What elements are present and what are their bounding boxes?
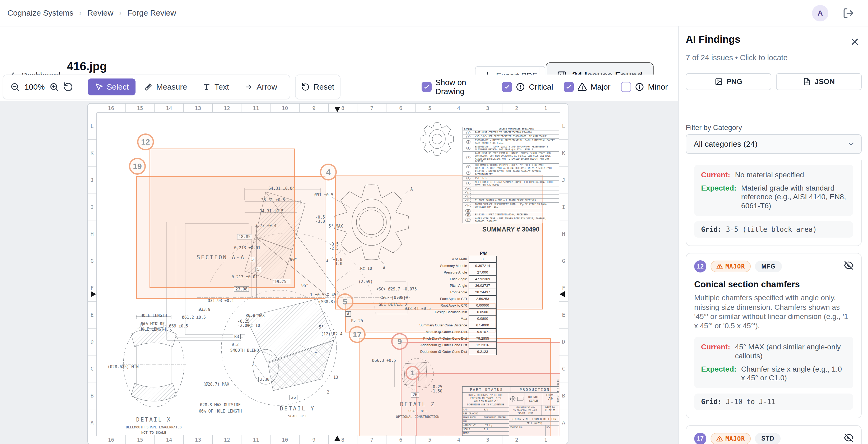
tool-measure[interactable]: Measure — [137, 79, 194, 95]
drawing-annotation: OPTIONAL CONSTRUCTION — [396, 415, 439, 419]
drawing-annotation: Ø66.3 +0.5 — [372, 358, 396, 363]
close-icon[interactable] — [849, 36, 860, 47]
ruler-cell: 4 — [444, 435, 473, 444]
eye-off-icon[interactable] — [844, 433, 854, 443]
finding-marker-9[interactable]: 9 — [391, 333, 408, 350]
top-bar: Cognaize Systems›Review›Forge Review A — [0, 0, 868, 26]
drawing-annotation: (2.59) — [359, 279, 373, 284]
export-json-button[interactable]: JSON — [776, 73, 862, 90]
finding-card[interactable]: Current:No material specifiedExpected:Ma… — [686, 160, 862, 246]
breadcrumb-item[interactable]: Review — [87, 8, 113, 18]
zoom-out-icon[interactable] — [9, 81, 21, 93]
drawing-annotation: R0.8 MAX — [246, 313, 265, 318]
drawing-annotation: BELLMOUTH SHAPE EXAGERRATED — [126, 425, 182, 429]
ruler-cell: 4 — [444, 103, 473, 112]
pm-table-row: Dedendum @ Outer Cone Dist9.2123 — [400, 348, 499, 355]
expected-value: Material grade with standard reference (… — [741, 184, 846, 210]
tool-text[interactable]: Text — [195, 79, 236, 95]
finding-marker-5[interactable]: 5 — [337, 293, 353, 310]
drawing-annotation: Ø61.2 ±0.5 — [182, 315, 206, 320]
drawing-canvas[interactable]: 16151413121110987654321 1615141312111098… — [0, 101, 678, 444]
notes-row: 4ES00010176 - TOOTH QUALITY AND TOPOGRAP… — [463, 145, 559, 151]
notes-row: 16ES-0219 - PART IDENTIFICATION, RECESSE… — [463, 213, 559, 217]
logout-icon[interactable] — [843, 7, 854, 19]
show-on-drawing-toggle: Show on Drawing — [422, 78, 482, 96]
tool-label: Arrow — [256, 83, 277, 91]
drawing-annotation: 95° — [301, 283, 308, 288]
checkbox[interactable] — [621, 82, 631, 92]
tool-label: Measure — [156, 83, 187, 91]
zoom-level: 100% — [23, 83, 46, 91]
ruler-cell: 7 — [357, 435, 386, 444]
eye-off-icon[interactable] — [844, 260, 854, 270]
drawing-annotation: -3.0 — [315, 219, 325, 224]
drawing-title-block: PART STATUS PRODUCTION UNLESS OTHERWISE … — [462, 386, 559, 436]
ruler-cell: 14 — [154, 435, 183, 444]
drawing-annotation: 5 — [250, 257, 255, 262]
breadcrumb: Cognaize Systems›Review›Forge Review — [7, 8, 176, 18]
checkbox[interactable] — [564, 82, 574, 92]
finding-card-12[interactable]: 12MAJORMFGConical section chamfersMultip… — [686, 253, 862, 418]
drawing-annotation: -2.5 — [329, 246, 339, 251]
zoom-in-icon[interactable] — [48, 81, 60, 93]
notes-row: 13R1 EDGE RADIUS ALONG ALL TOOTH SPACE O… — [463, 199, 559, 202]
finding-marker-19[interactable]: 19 — [129, 158, 146, 175]
ruler-cell: H — [88, 220, 96, 247]
drawing-annotation: 64.31 ±0.04 — [268, 186, 294, 191]
tool-label: Text — [215, 83, 229, 91]
ruler-cell: C — [559, 355, 568, 382]
filter-label: Filter by Category — [686, 124, 742, 132]
drawing-annotation: 19.75° — [273, 279, 290, 285]
avatar[interactable]: A — [812, 5, 828, 21]
reset-button[interactable]: Reset — [301, 83, 334, 91]
ruler-cell: G — [559, 247, 568, 274]
finding-marker-17[interactable]: 17 — [349, 326, 366, 343]
ruler-cell: 16 — [97, 103, 125, 112]
ruler-cell: E — [559, 301, 568, 328]
ruler-cell: 9 — [299, 103, 328, 112]
checkbox[interactable] — [422, 82, 432, 92]
finding-grid-ref: Grid: 3-5 (title block area) — [694, 221, 853, 238]
drawing-annotation: 66% OF HOLE LENGTH — [199, 409, 242, 414]
tool-arrow[interactable]: Arrow — [238, 79, 284, 95]
breadcrumb-item[interactable]: Forge Review — [127, 8, 176, 18]
drawing-annotation: NOT TO SCALE — [141, 431, 166, 435]
finding-card-17[interactable]: 17MAJORSTDInternal thread M2.08 in Detai… — [686, 425, 862, 444]
drawing-annotation: 2.30 — [258, 377, 271, 382]
breadcrumb-item[interactable]: Cognaize Systems — [7, 8, 73, 18]
current-value: 45° MAX (and similar angle-only callouts… — [735, 343, 846, 360]
category-filter-select[interactable]: All categories (24) — [686, 134, 862, 154]
ai-highlight-region[interactable] — [136, 176, 326, 299]
pm-table-row: Summary Outer Cone Distance67.4000 — [400, 322, 499, 328]
export-png-button[interactable]: PNG — [686, 73, 771, 90]
drawing-annotation: 3 — [326, 258, 328, 263]
drawing-annotation: 13 — [333, 375, 338, 380]
drawing-annotation: 5° — [319, 325, 323, 330]
drawing-annotation: Ø31.93 ±0.1 — [208, 298, 234, 303]
ruler-cell: G — [88, 247, 96, 274]
drawing-annotation: 90° — [290, 257, 297, 262]
ruler-cell: 11 — [241, 103, 270, 112]
category-badge: MFG — [755, 261, 782, 272]
gear-parameter-table: P/M# of Teeth8Summary Module9.397214Pres… — [400, 251, 499, 355]
finding-marker-4[interactable]: 4 — [320, 164, 337, 180]
notes-header: SYMBOLUNLESS OTHERWISE SPECIFIED — [463, 127, 559, 130]
rotate-icon[interactable] — [62, 81, 74, 93]
tool-select[interactable]: Select — [88, 79, 135, 95]
ruler-cell: 3 — [473, 103, 502, 112]
drawing-annotation: 26 — [411, 392, 419, 397]
drawing-annotation: SEE DETAIL X — [379, 302, 407, 307]
checkbox[interactable] — [502, 82, 512, 92]
drawing-annotation: (12) R2.4 — [321, 332, 342, 336]
drawing-annotation: 18.85 — [237, 234, 252, 239]
toolbar: 100% SelectMeasureTextArrow Reset Show o… — [0, 75, 678, 101]
finding-marker-12[interactable]: 12 — [137, 134, 154, 150]
ruler-cell: B — [559, 382, 568, 409]
drawing-annotation: 1 ±0.5 X 45° — [310, 293, 339, 297]
finding-description: Multiple chamfers specified with angle o… — [694, 293, 853, 330]
drawing-annotation: 0.213 ±0.01 — [231, 275, 257, 279]
finding-marker-1[interactable]: 1 — [405, 366, 420, 380]
drawing-annotation: Ø69 ±0.5 — [169, 324, 188, 328]
major-icon — [578, 82, 587, 92]
ruler-cell: E — [88, 301, 96, 328]
